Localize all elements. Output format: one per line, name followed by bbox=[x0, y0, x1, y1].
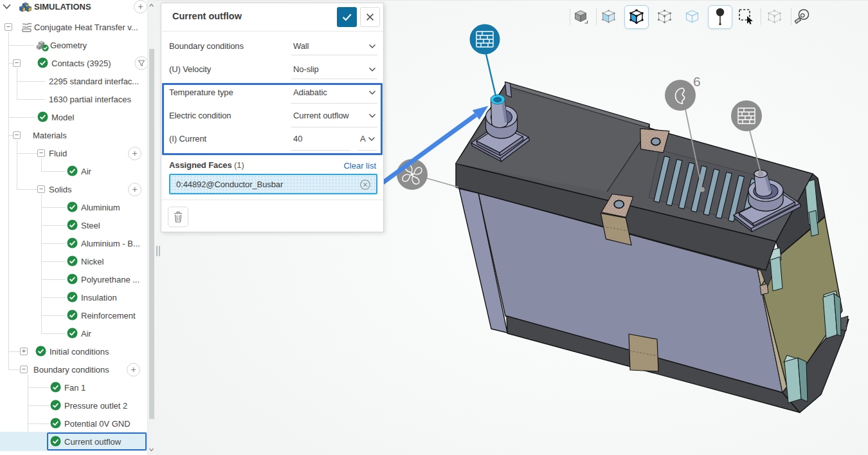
svg-text:6: 6 bbox=[693, 74, 701, 89]
